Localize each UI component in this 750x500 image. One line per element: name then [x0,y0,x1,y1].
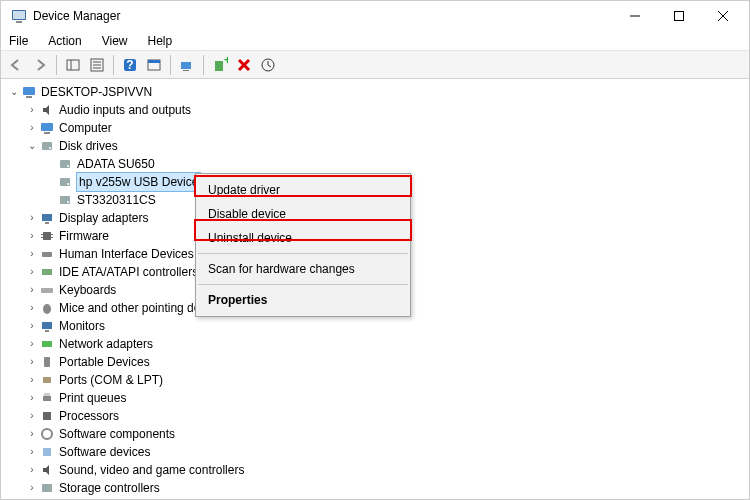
tree-root[interactable]: ⌄ DESKTOP-JSPIVVN [7,83,749,101]
printer-icon [39,390,55,406]
category-label: Software components [59,425,175,443]
chevron-right-icon[interactable]: › [25,389,39,407]
chevron-right-icon[interactable]: › [25,209,39,227]
menu-view[interactable]: View [100,32,130,50]
chevron-right-icon[interactable]: › [25,353,39,371]
chevron-right-icon[interactable]: › [25,281,39,299]
add-legacy-hardware-button[interactable]: + [209,54,231,76]
svg-rect-1 [13,11,25,19]
svg-rect-57 [42,484,52,492]
chevron-right-icon[interactable]: › [25,101,39,119]
maximize-button[interactable] [657,1,701,31]
category-portable[interactable]: ›Portable Devices [25,353,749,371]
cpu-icon [39,408,55,424]
ctx-update-driver[interactable]: Update driver [196,178,410,202]
titlebar: Device Manager [1,1,749,31]
chevron-right-icon[interactable]: › [25,119,39,137]
tree-root-label: DESKTOP-JSPIVVN [41,83,152,101]
svg-text:?: ? [126,58,133,72]
svg-rect-37 [45,222,49,224]
chevron-right-icon[interactable]: › [25,371,39,389]
disk-label: hp v255w USB Device [77,173,200,191]
chevron-right-icon[interactable]: › [25,245,39,263]
chevron-right-icon[interactable]: › [25,425,39,443]
chevron-right-icon[interactable]: › [25,299,39,317]
svg-point-35 [67,201,69,203]
disk-item[interactable]: · ADATA SU650 [43,155,749,173]
category-ports[interactable]: ›Ports (COM & LPT) [25,371,749,389]
close-button[interactable] [701,1,745,31]
device-tree[interactable]: ⌄ DESKTOP-JSPIVVN › Audio inputs and out… [1,79,749,500]
category-label: IDE ATA/ATAPI controllers [59,263,198,281]
ctx-scan-hardware[interactable]: Scan for hardware changes [196,257,410,281]
category-monitors[interactable]: ›Monitors [25,317,749,335]
menu-file[interactable]: File [7,32,30,50]
ctx-properties[interactable]: Properties [196,288,410,312]
uninstall-button[interactable] [233,54,255,76]
ctx-separator [198,284,408,285]
minimize-button[interactable] [613,1,657,31]
category-label: Ports (COM & LPT) [59,371,163,389]
svg-rect-24 [23,87,35,95]
svg-rect-7 [67,60,79,70]
category-disk-drives[interactable]: ⌄ Disk drives [25,137,749,155]
category-label: Keyboards [59,281,116,299]
category-sound[interactable]: ›Sound, video and game controllers [25,461,749,479]
forward-button[interactable] [29,54,51,76]
update-driver-button[interactable] [257,54,279,76]
svg-rect-54 [43,412,51,420]
category-label: Portable Devices [59,353,150,371]
network-icon [39,336,55,352]
category-processors[interactable]: ›Processors [25,407,749,425]
category-network[interactable]: ›Network adapters [25,335,749,353]
svg-point-33 [67,183,69,185]
help-button[interactable]: ? [119,54,141,76]
chevron-right-icon[interactable]: › [25,461,39,479]
show-hide-console-tree-button[interactable] [62,54,84,76]
storage-icon [39,480,55,496]
category-printqueues[interactable]: ›Print queues [25,389,749,407]
chevron-right-icon[interactable]: › [25,263,39,281]
ports-icon [39,372,55,388]
category-label: Print queues [59,389,126,407]
ctx-separator [198,253,408,254]
hid-icon [39,246,55,262]
category-label: Audio inputs and outputs [59,101,191,119]
scan-hardware-button[interactable] [176,54,198,76]
display-icon [39,210,55,226]
category-computer[interactable]: › Computer [25,119,749,137]
category-label: Storage controllers [59,479,160,497]
chevron-right-icon[interactable]: › [25,227,39,245]
audio-icon [39,102,55,118]
category-label: Network adapters [59,335,153,353]
sound-icon [39,462,55,478]
portable-icon [39,354,55,370]
action-button[interactable] [143,54,165,76]
menu-help[interactable]: Help [146,32,175,50]
category-software-components[interactable]: ›Software components [25,425,749,443]
ctx-disable-device[interactable]: Disable device [196,202,410,226]
chevron-right-icon[interactable]: › [25,443,39,461]
keyboard-icon [39,282,55,298]
svg-rect-49 [42,341,52,347]
menu-action[interactable]: Action [46,32,83,50]
window-title: Device Manager [33,9,120,23]
svg-rect-56 [43,448,51,456]
category-audio[interactable]: › Audio inputs and outputs [25,101,749,119]
category-label: Sound, video and game controllers [59,461,244,479]
svg-point-31 [67,165,69,167]
ctx-uninstall-device[interactable]: Uninstall device [196,226,410,250]
properties-button[interactable] [86,54,108,76]
category-storage[interactable]: ›Storage controllers [25,479,749,497]
chevron-down-icon[interactable]: ⌄ [25,137,39,155]
category-software-devices[interactable]: ›Software devices [25,443,749,461]
svg-rect-26 [41,123,53,131]
chevron-right-icon[interactable]: › [25,335,39,353]
chevron-right-icon[interactable]: › [25,407,39,425]
back-button[interactable] [5,54,27,76]
software-icon [39,444,55,460]
chevron-down-icon[interactable]: ⌄ [7,83,21,101]
chevron-right-icon[interactable]: › [25,317,39,335]
chevron-right-icon[interactable]: › [25,479,39,497]
svg-rect-17 [181,62,191,69]
